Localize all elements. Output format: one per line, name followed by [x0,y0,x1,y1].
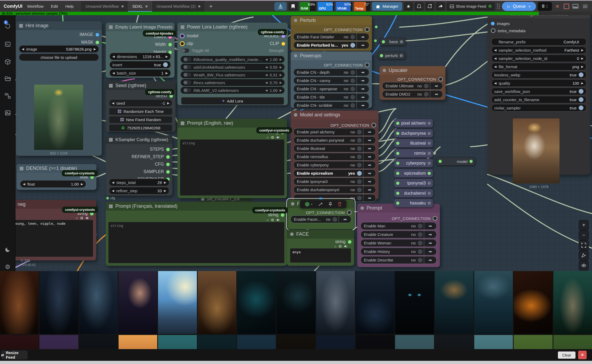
node-widget[interactable]: ◀ save_workflow_json true ▶ [491,88,586,95]
input-dot[interactable] [396,202,399,205]
collapse-icon[interactable] [181,121,184,125]
feed-thumbnail[interactable] [0,271,39,334]
reroute-pill[interactable]: perturb [378,52,405,59]
output-dot[interactable] [428,162,431,165]
settings-gear-icon[interactable]: ⚙ [3,262,12,271]
feed-thumbnail[interactable] [553,271,592,334]
reroute-pill[interactable]: model [436,157,475,166]
toggle-knob[interactable] [357,130,362,134]
increment-arrow[interactable]: ▶ [280,81,282,84]
enable-row-arrow-button[interactable]: ➡ [430,91,443,98]
feed-thumbnail[interactable] [514,271,552,334]
enable-row[interactable]: Enable Face Detailerno ➡ [293,33,369,41]
stop-icon[interactable] [563,4,570,9]
gear-icon[interactable]: ⚙ [80,216,83,220]
enable-row[interactable]: Enable epicrealismyes ➡ [293,169,376,177]
chevron-down-icon[interactable]: ∨ [528,5,531,8]
upload-button[interactable]: choose file to upload [19,54,99,61]
notification-bell-badge-icon[interactable] [425,2,434,11]
share-icon[interactable] [436,2,445,11]
node-denoise[interactable]: DENOISE (>=1 disable) float ◀ float 1.00… [17,164,96,190]
output-slot[interactable]: CFG [155,162,170,167]
node-model-and-settings[interactable]: Model and settings OPT_CONNECTION Enable… [291,111,379,199]
selection-handle[interactable] [319,198,322,199]
decrement-arrow[interactable]: ◀ [265,81,267,84]
toggle-knob[interactable] [357,163,362,167]
decrement-arrow[interactable]: ◀ [112,71,115,75]
toggle-knob[interactable] [418,232,423,237]
reroute-pill[interactable]: duchaitenxl [394,189,433,198]
enable-row-arrow-button[interactable]: ➡ [363,170,376,177]
output-slot[interactable]: Width [155,42,172,47]
prompt-textarea[interactable]: string [108,222,284,263]
enable-row-arrow-button[interactable]: ➡ [363,137,376,144]
enable-row[interactable]: Enable Describeno ➡ [360,256,437,264]
node-hint-image[interactable]: Hint image IMAGE MASK ◀ image 53878626.p… [16,21,102,156]
node-widget[interactable]: ◀ steps_total 28 ▶ [109,179,169,186]
speaker-icon[interactable] [344,245,348,248]
comfy-canvas-icon-button[interactable] [274,2,287,11]
feed-thumbnail[interactable] [435,271,473,334]
output-dot[interactable] [428,122,431,125]
increment-arrow[interactable]: ▶ [81,182,83,186]
lora-row[interactable]: sdxl\JimMahfood.safetensors ◀ 0.55 ▶ [181,64,285,71]
menu-hamburger-icon[interactable] [581,5,589,8]
node-ksampler-config[interactable]: KSampler Config (rgthree) STEPS REFINER_… [106,135,172,196]
enable-row-arrow-button[interactable]: ➡ [356,42,369,49]
node-perturb[interactable]: Perturb OPT_CONNECTION Enable Face Detai… [291,16,372,51]
output-slot[interactable]: MASK [81,40,99,45]
new-workflow-tab-button[interactable]: + [205,1,217,12]
enable-row-arrow-button[interactable]: ➡ [424,248,436,255]
collapse-icon[interactable] [294,54,297,58]
feed-thumbnail[interactable] [474,335,513,349]
clear-icon[interactable]: ○ [266,218,269,222]
seed-action-button[interactable]: ♻ 752605128840268 [109,124,172,132]
toggle-knob[interactable] [579,72,583,77]
collapse-icon[interactable] [181,25,184,29]
enable-row-arrow-button[interactable]: ➡ [424,231,436,238]
decrement-arrow[interactable]: ◀ [494,48,496,52]
feed-thumbnail[interactable] [79,335,118,349]
clear-feed-button[interactable]: Clear [558,351,575,359]
image-combo-widget[interactable]: ◀ image 53878626.png ▶ [19,46,99,52]
collapse-icon[interactable] [19,24,23,28]
batch-count-stepper[interactable]: 8 ∧∨ [538,2,552,11]
clear-icon[interactable]: ○ [76,216,78,220]
decrement-arrow[interactable]: ◀ [494,81,496,85]
toggle-knob[interactable] [357,187,362,192]
resize-feed-button[interactable]: ⇄Resize Feed [1,350,28,359]
feed-thumbnail[interactable] [198,271,236,334]
sidebar-node-library-button[interactable] [3,91,12,100]
enable-row[interactable]: Enable cyberponyno ➡ [293,161,376,169]
enable-row-arrow-button[interactable]: ➡ [363,145,376,152]
workflow-tab[interactable]: Unsaved Workflow [81,1,128,12]
reroute-pill[interactable]: ntrmix [394,149,433,158]
toggle-knob[interactable] [350,70,355,75]
enable-row-arrow-button[interactable]: ➡ [424,222,436,230]
feed-thumbnail[interactable] [316,271,355,334]
enable-row-arrow-button[interactable]: ➡ [356,102,369,109]
toggle-knob[interactable] [357,196,362,201]
decrement-arrow[interactable]: ◀ [112,101,114,105]
gear-icon[interactable]: ⚙ [271,135,274,140]
input-dot[interactable] [382,40,385,43]
zoom-in-button[interactable]: + [579,220,589,230]
output-dot[interactable] [428,192,431,195]
enable-row-arrow-button[interactable]: ➡ [363,186,376,193]
node-widget[interactable]: ◀ add_counter_to_filename true ▶ [491,96,586,103]
toggle-knob[interactable] [424,92,429,97]
lora-row[interactable]: il\BLAME_V2.safetensors ◀ 1.00 ▶ [181,87,285,94]
toggle-knob[interactable] [350,95,355,100]
enable-row[interactable]: Enable Ultimateno ➡ [382,82,443,90]
collapse-icon[interactable] [294,113,297,117]
enable-row[interactable]: Enable CN - depthno ➡ [293,68,369,76]
output-dot[interactable] [400,40,403,43]
zoom-out-button[interactable]: − [579,230,589,240]
enable-row[interactable]: Enable Creatureno ➡ [360,231,437,238]
workflow-tab[interactable]: SDXL [128,1,152,12]
favorites-star-icon[interactable]: ★ [404,2,413,11]
input-dot[interactable] [380,54,383,57]
feed-thumbnail[interactable] [39,271,78,334]
enable-row[interactable]: Enable ntrmixillusno ➡ [293,153,376,161]
collapse-icon[interactable] [360,206,364,210]
